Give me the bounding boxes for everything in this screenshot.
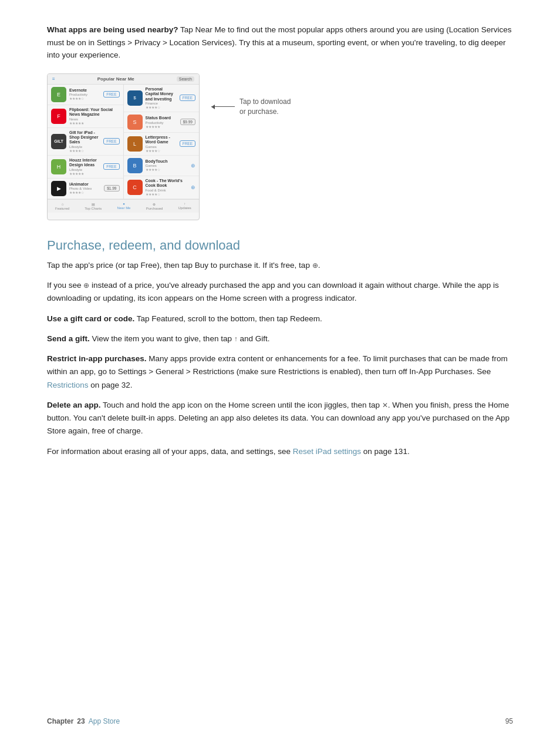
list-item: $ Personal Capital Money and Investing F… [124,85,200,112]
app-rating: ★★★★☆ [69,96,101,100]
screenshot-section: ≡ Popular Near Me Search E Evernote Prod… [47,73,513,220]
app-rating: ★★★★☆ [146,105,177,109]
left-column: E Evernote Productivity ★★★★☆ FREE F Fli… [48,85,124,199]
icloud-download-icon: ⊕ [191,163,195,169]
right-column: $ Personal Capital Money and Investing F… [124,85,200,199]
app-icon: ▶ [51,181,66,196]
annotation-line [211,106,235,107]
bold-label: Use a gift card or code. [47,314,134,323]
app-icon: GILT [51,134,66,149]
chapter-label: Chapter [47,717,73,725]
app-rating: ★★★★★ [146,125,178,129]
chapter-title: App Store [89,717,120,725]
screen-header: ≡ Popular Near Me Search [48,74,199,85]
tab-purchased[interactable]: ⊕Purchased [146,202,163,210]
bold-label: Restrict in-app purchases. [47,354,147,363]
app-name: BodyTouch [146,159,189,164]
app-rating: ★★★★☆ [146,149,177,153]
app-icon: $ [127,90,143,106]
app-name: Gilt for iPad - Shop Designer Sales [69,130,101,145]
page-footer: Chapter 23 App Store 95 [0,717,560,725]
annotation: Tap to download or purchase. [211,73,291,117]
tab-near-me[interactable]: ●Near Me [117,202,130,210]
app-columns: E Evernote Productivity ★★★★☆ FREE F Fli… [48,85,199,199]
app-icon: E [51,87,66,102]
app-download-btn[interactable]: FREE [180,140,195,147]
app-price-btn[interactable]: $1.99 [104,185,119,191]
app-name: Flipboard: Your Social News Magazine [69,107,120,117]
app-download-btn[interactable]: FREE [103,91,119,98]
app-name: Personal Capital Money and Investing [146,87,177,102]
app-rating: ★★★★★ [69,172,101,176]
chapter-number: 23 [77,717,85,725]
icloud-icon-2: ⊕ [83,281,89,290]
list-item: ▶ iAnimator Photo & Video ★★★★☆ $1.99 [48,179,123,199]
screen-tabs: ☆Featured ▤Top Charts ●Near Me ⊕Purchase… [48,199,199,213]
app-name: Letterpress - Word Game [146,135,177,145]
app-icon: S [127,115,143,130]
app-rating: ★★★★☆ [69,149,101,153]
app-download-btn[interactable]: FREE [180,95,195,101]
app-rating: ★★★★☆ [146,192,189,196]
page-number: 95 [505,717,513,725]
paragraph-restrict: Restrict in-app purchases. Many apps pro… [47,352,513,392]
screen-back-icon: ≡ [52,76,55,82]
app-price-btn[interactable]: $9.99 [180,119,195,125]
screen-search-btn[interactable]: Search [177,76,194,82]
reset-link[interactable]: Reset iPad settings [293,447,361,456]
share-icon: ↑ [234,335,238,343]
app-name: Status Board [146,116,178,120]
screen-title: Popular Near Me [97,76,134,82]
icloud-download-icon: ⊕ [191,184,195,190]
ipad-screenshot: ≡ Popular Near Me Search E Evernote Prod… [47,73,200,220]
section-heading: Purchase, redeem, and download [47,238,513,253]
paragraph-delete: Delete an app. Touch and hold the app ic… [47,399,513,438]
paragraph-send-gift: Send a gift. View the item you want to g… [47,332,513,345]
tab-updates[interactable]: ↑Updates [178,202,191,210]
icloud-icon: ⊕ [312,261,318,270]
app-download-btn[interactable]: FREE [103,163,119,170]
intro-bold: What apps are being used nearby? [47,25,178,34]
app-icon: H [51,159,66,174]
paragraph-2: If you see ⊕ instead of a price, you've … [47,279,513,305]
app-rating: ★★★★★ [69,121,120,125]
app-name: Cook - The World's Cook Book [146,179,189,189]
app-name: Evernote [69,88,101,93]
app-name: Houzz Interior Design Ideas [69,158,101,168]
paragraph-1: Tap the app's price (or tap Free), then … [47,259,513,272]
list-item: H Houzz Interior Design Ideas Lifestyle … [48,156,123,179]
app-download-btn[interactable]: FREE [103,138,119,144]
bold-label: Send a gift. [47,334,90,343]
app-name: iAnimator [69,182,102,187]
app-icon: L [127,136,143,152]
app-rating: ★★★★☆ [69,190,102,194]
chapter-info: Chapter 23 App Store [47,717,120,725]
app-icon: B [127,158,143,173]
tab-featured[interactable]: ☆Featured [55,202,69,210]
app-icon: C [127,180,143,195]
app-rating: ★★★★☆ [146,167,189,172]
list-item: E Evernote Productivity ★★★★☆ FREE [48,85,123,105]
paragraph-erase: For information about erasing all of you… [47,445,513,458]
list-item: F Flipboard: Your Social News Magazine N… [48,105,123,128]
delete-icon: ✕ [382,401,388,409]
list-item: GILT Gilt for iPad - Shop Designer Sales… [48,128,123,156]
annotation-text: Tap to download or purchase. [239,97,291,117]
list-item: L Letterpress - Word Game Games ★★★★☆ FR… [124,133,200,156]
restrictions-link[interactable]: Restrictions [47,381,89,389]
paragraph-gift-card: Use a gift card or code. Tap Featured, s… [47,312,513,325]
list-item: S Status Board Productivity ★★★★★ $9.99 [124,112,200,133]
bold-label: Delete an app. [47,401,101,409]
intro-paragraph: What apps are being used nearby? Tap Nea… [47,23,513,62]
app-icon: F [51,109,66,124]
tab-top-charts[interactable]: ▤Top Charts [85,202,102,210]
list-item: C Cook - The World's Cook Book Food & Dr… [124,176,200,199]
list-item: B BodyTouch Games ★★★★☆ ⊕ [124,156,200,176]
